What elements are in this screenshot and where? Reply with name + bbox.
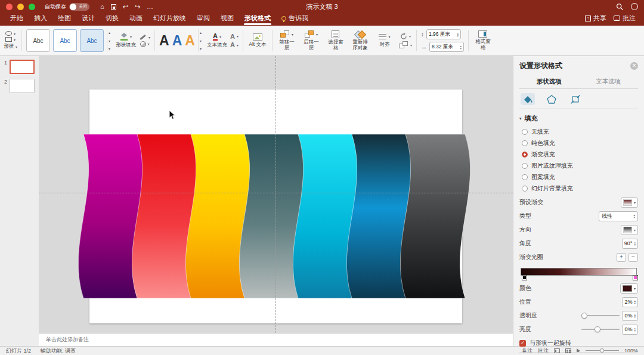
tab-slideshow[interactable]: 幻灯片放映 [148,12,191,26]
tab-shape-options[interactable]: 形状选项 [519,75,579,88]
fill-option-picture-texture[interactable]: 图片或纹理填充 [519,160,638,171]
fill-option-solid[interactable]: 纯色填充 [519,137,638,149]
share-button[interactable]: ↑ 共享 [581,12,610,26]
text-effects-button[interactable]: A▾ [230,41,239,48]
gallery-scroll-arrows[interactable]: ▴▾▾ [198,29,203,52]
reorder-objects-button[interactable]: 重新排序对象 [350,27,370,54]
accessibility-status[interactable]: 辅助功能: 调查 [41,347,76,355]
tab-design[interactable]: 设计 [76,12,100,26]
format-pane-button[interactable]: 格式窗格 [473,27,493,54]
undo-icon[interactable]: ↩ [123,3,128,11]
tab-insert[interactable]: 插入 [29,12,52,26]
gradient-stops-control[interactable] [519,266,638,280]
fill-option-slide-background[interactable]: 幻灯片背景填充 [519,183,638,194]
effects-tab-button[interactable] [544,93,559,105]
insert-rect-button[interactable]: ▾ [5,37,16,42]
gradient-stops-bar[interactable] [521,268,637,276]
align-button[interactable]: ▾ 对齐 [374,27,395,54]
slider-knob[interactable] [595,326,600,332]
group-button[interactable]: ▾ [399,41,412,49]
close-pane-icon[interactable]: ✕ [630,62,638,70]
minimize-window-button[interactable] [17,4,24,10]
wordart-preset-2[interactable]: A [172,34,182,48]
tell-me-button[interactable]: 告诉我 [276,12,314,26]
wordart-preset-3[interactable]: A [185,34,195,48]
stepper-arrows-icon[interactable]: ▴▾ [457,32,459,37]
wave-ribbon-gray-black[interactable] [400,134,470,298]
rotate-with-shape-option[interactable]: ✓ 与形状一起旋转 [519,339,638,347]
tab-view[interactable]: 视图 [215,12,239,26]
normal-view-icon[interactable] [554,348,560,353]
fill-option-gradient[interactable]: 渐变填充 [519,149,638,160]
shape-style-preset-3[interactable]: Abc [80,29,104,52]
send-backward-button[interactable]: ▾ 后移一层 [301,27,321,54]
insert-oval-button[interactable]: ▾ [5,31,16,36]
wordart-preset-1[interactable]: A [159,34,169,48]
fullscreen-window-button[interactable] [29,4,35,10]
shapes-gallery-button[interactable]: 形状▾ [4,43,17,50]
gradient-direction-dropdown[interactable]: ▾ [621,225,638,235]
shape-outline-button[interactable]: ▾ [139,35,150,40]
line-section-header[interactable]: ▸ 线条 [519,352,638,355]
home-icon[interactable]: ⌂ [100,3,104,10]
autosave-toggle[interactable]: 关闭 [69,3,89,11]
tab-transitions[interactable]: 切换 [100,12,124,26]
gallery-scroll-arrows[interactable]: ▴▾▾ [107,29,112,52]
gradient-stop-marker-1[interactable] [633,275,638,280]
remove-gradient-stop-button[interactable]: − [628,253,638,262]
stop-color-dropdown[interactable]: ▾ [620,283,638,294]
text-outline-icon: A [230,33,235,40]
close-window-button[interactable] [6,4,13,10]
rotate-button[interactable]: ▾ [400,33,411,40]
transparency-slider[interactable] [581,312,620,319]
stop-position-stepper[interactable]: 2%▴▾ [622,297,638,307]
comments-button[interactable]: 批注 [610,12,639,26]
alt-text-button[interactable]: Alt 文本 [247,27,268,54]
selection-pane-button[interactable]: 选择窗格 [326,27,346,54]
fill-option-pattern[interactable]: 图案填充 [519,171,638,183]
stepper-arrows-icon[interactable]: ▴▾ [460,45,462,50]
zoom-slider[interactable] [586,348,619,354]
shape-effects-button[interactable]: ▾ [140,41,150,47]
tab-review[interactable]: 审阅 [191,12,215,26]
fill-option-no-fill[interactable]: 无填充 [519,126,638,137]
account-icon[interactable] [631,3,638,10]
brightness-stepper[interactable]: 0%▴▾ [622,325,638,335]
redo-icon[interactable]: ↪ [135,3,140,11]
gradient-angle-stepper[interactable]: 90°▴▾ [622,239,638,249]
bring-forward-button[interactable]: ▾ 前移一层 [277,27,297,54]
notes-area[interactable]: 单击此处添加备注 [39,333,513,346]
more-commands-icon[interactable]: … [147,3,153,10]
slide-canvas[interactable]: 单击此处添加备注 [39,56,513,346]
tab-animations[interactable]: 动画 [124,12,148,26]
add-gradient-stop-button[interactable]: + [617,253,626,262]
size-properties-tab-button[interactable] [568,93,583,105]
preset-gradient-dropdown[interactable]: ▾ [621,197,638,208]
tab-text-options[interactable]: 文本选项 [579,75,639,88]
gradient-type-select[interactable]: 线性▴▾ [599,211,638,221]
transparency-stepper[interactable]: 0%▴▾ [622,311,638,321]
slide-sorter-view-icon[interactable] [565,348,571,353]
text-outline-button[interactable]: A▾ [230,33,239,40]
shape-height-field[interactable]: 1.96 厘米▴▾ [426,29,461,39]
shape-fill-button[interactable]: ▾ [120,32,132,41]
search-icon[interactable] [616,3,624,11]
brightness-slider[interactable] [581,326,620,333]
fill-section-header[interactable]: ▾ 填充 [519,114,638,123]
chevron-down-icon: ▾ [634,200,636,205]
fill-line-tab-button[interactable] [521,93,535,105]
paint-bucket-icon [120,32,128,41]
tab-shape-format[interactable]: 形状格式 [239,12,276,26]
slide-thumbnail-1[interactable]: 1 [2,60,36,74]
slider-knob[interactable] [581,313,587,319]
shape-style-preset-1[interactable]: Abc [26,29,50,52]
tab-home[interactable]: 开始 [5,12,29,26]
gradient-stop-marker-0[interactable] [522,275,527,280]
shape-width-field[interactable]: 8.32 厘米▴▾ [429,42,464,52]
save-icon[interactable] [111,4,116,10]
slide-thumbnail-2[interactable]: 2 [2,79,36,93]
shape-style-preset-2[interactable]: Abc [53,29,77,52]
text-fill-button[interactable]: A▾ [213,32,221,41]
tab-draw[interactable]: 绘图 [52,12,76,26]
zoom-knob[interactable] [600,348,604,353]
